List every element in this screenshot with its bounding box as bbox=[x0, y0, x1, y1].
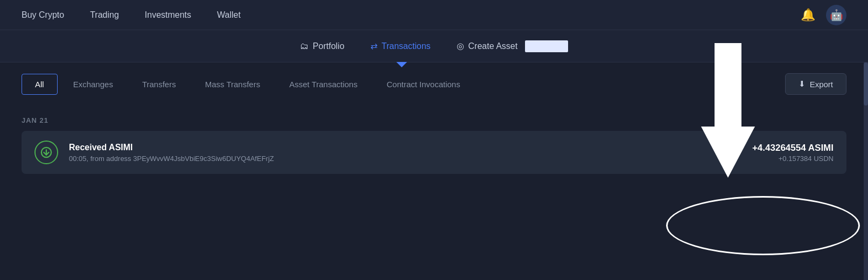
tx-title: Received ASIMI bbox=[69, 143, 741, 152]
subnav-create-asset[interactable]: ◎ Create Asset bbox=[457, 40, 569, 52]
transactions-icon: ⇄ bbox=[370, 41, 377, 51]
scrollbar-thumb[interactable] bbox=[864, 62, 868, 106]
export-label: Export bbox=[810, 80, 833, 89]
filter-transfers[interactable]: Transfers bbox=[129, 74, 190, 95]
filter-exchanges[interactable]: Exchanges bbox=[60, 74, 127, 95]
export-icon: ⬇ bbox=[799, 79, 806, 89]
highlight-oval bbox=[666, 196, 860, 255]
subnav-create-asset-label: Create Asset bbox=[468, 41, 518, 51]
avatar[interactable]: 🤖 bbox=[826, 5, 846, 25]
date-label: JAN 21 bbox=[22, 116, 846, 124]
nav-investments[interactable]: Investments bbox=[145, 10, 191, 20]
tx-amounts: +4.43264554 ASIMI +0.157384 USDN bbox=[752, 143, 834, 163]
portfolio-icon: 🗂 bbox=[300, 41, 309, 51]
filter-asset-transactions[interactable]: Asset Transactions bbox=[276, 74, 371, 95]
bell-icon[interactable]: 🔔 bbox=[801, 8, 815, 22]
filter-contract-invocations[interactable]: Contract Invocations bbox=[373, 74, 474, 95]
nav-indicator bbox=[396, 62, 407, 67]
content-area: JAN 21 Received ASIMI 00:05, from addres… bbox=[0, 106, 868, 185]
scrollbar-track[interactable] bbox=[864, 62, 868, 280]
tx-received-icon bbox=[34, 141, 58, 164]
nav-links: Buy Crypto Trading Investments Wallet bbox=[22, 10, 241, 20]
create-asset-icon: ◎ bbox=[457, 41, 464, 51]
nav-wallet[interactable]: Wallet bbox=[217, 10, 241, 20]
tx-amount-primary: +4.43264554 ASIMI bbox=[752, 143, 834, 153]
subnav-portfolio-label: Portfolio bbox=[313, 41, 345, 51]
filter-tabs: All Exchanges Transfers Mass Transfers A… bbox=[22, 74, 474, 95]
subnav-transactions-label: Transactions bbox=[382, 41, 431, 51]
nav-right: 🔔 🤖 bbox=[801, 5, 846, 25]
export-button[interactable]: ⬇ Export bbox=[785, 73, 846, 95]
filter-mass-transfers[interactable]: Mass Transfers bbox=[192, 74, 274, 95]
nav-buy-crypto[interactable]: Buy Crypto bbox=[22, 10, 64, 20]
top-nav: Buy Crypto Trading Investments Wallet 🔔 … bbox=[0, 0, 868, 30]
sub-nav: 🗂 Portfolio ⇄ Transactions ◎ Create Asse… bbox=[0, 30, 868, 62]
subnav-transactions[interactable]: ⇄ Transactions bbox=[370, 41, 431, 51]
tx-details: Received ASIMI 00:05, from address 3PEyW… bbox=[69, 143, 741, 163]
transaction-row[interactable]: Received ASIMI 00:05, from address 3PEyW… bbox=[22, 131, 846, 174]
tx-amount-secondary: +0.157384 USDN bbox=[752, 155, 834, 163]
subnav-portfolio[interactable]: 🗂 Portfolio bbox=[300, 41, 345, 51]
create-asset-hint bbox=[525, 40, 568, 52]
filter-row: All Exchanges Transfers Mass Transfers A… bbox=[0, 62, 868, 106]
tx-subtitle: 00:05, from address 3PEyWvvW4JsbVbiE9c3S… bbox=[69, 155, 741, 163]
filter-all[interactable]: All bbox=[22, 74, 58, 95]
nav-trading[interactable]: Trading bbox=[90, 10, 119, 20]
